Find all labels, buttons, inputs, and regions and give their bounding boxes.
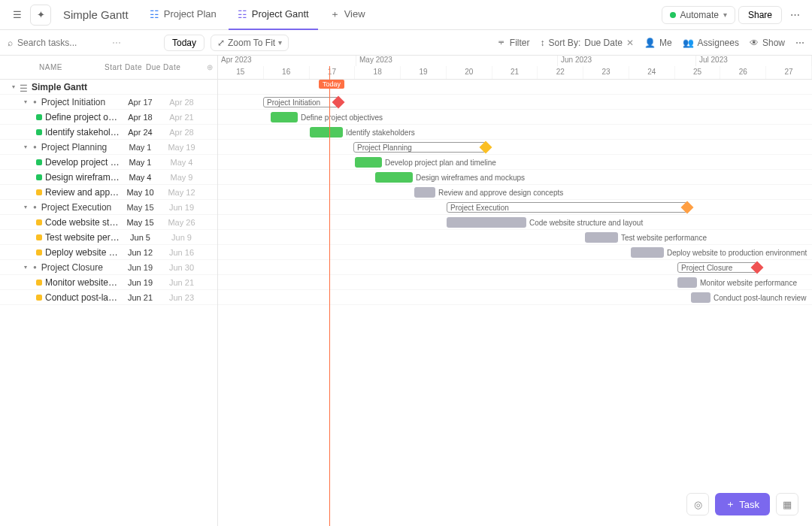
more-icon[interactable]: ⋯ xyxy=(785,5,804,25)
collapse-toggle[interactable]: ▾ xyxy=(24,204,32,210)
gantt-bar[interactable]: Review and approve design concepts xyxy=(414,187,435,198)
col-name-header: NAME xyxy=(9,56,105,79)
zoom-icon: ⤢ xyxy=(217,38,225,48)
start-date: Jun 12 xyxy=(120,248,161,257)
task-row[interactable]: Identify stakeholdersApr 24Apr 28 xyxy=(0,125,217,140)
gantt-bar[interactable]: Project Initiation xyxy=(263,97,338,107)
me-label: Me xyxy=(659,38,672,48)
search-more-icon[interactable]: ⋯ xyxy=(112,38,121,48)
month-label: Jul 2023 xyxy=(696,56,812,66)
status-square-icon xyxy=(36,295,42,301)
status-square-icon xyxy=(36,114,42,120)
column-header: NAME Start Date Due Date ⊕ xyxy=(0,56,217,80)
apps-button[interactable]: ▦ xyxy=(776,493,798,515)
share-button[interactable]: Share xyxy=(738,6,782,24)
task-row[interactable]: ▾●Project InitiationApr 17Apr 28 xyxy=(0,95,217,110)
app-icon: ✦ xyxy=(30,5,51,26)
task-row[interactable]: Develop project plan and timelineMay 1Ma… xyxy=(0,155,217,170)
assignees-label: Assignees xyxy=(698,38,739,48)
gantt-bar[interactable]: Conduct post-launch review xyxy=(691,292,710,303)
day-label: 22 xyxy=(538,66,583,79)
day-label: 19 xyxy=(401,66,447,79)
task-row[interactable]: Conduct post-launch reviewJun 21Jun 23 xyxy=(0,290,217,305)
tab-project-plan[interactable]: ☷Project Plan xyxy=(141,0,226,30)
gantt-bar[interactable]: Design wireframes and mockups xyxy=(375,172,413,183)
filter-label: Filter xyxy=(510,38,530,48)
gantt-bar[interactable]: Deploy website to production environment xyxy=(631,247,664,258)
assignees-button[interactable]: 👥Assignees xyxy=(683,38,739,48)
task-row[interactable]: Define project objectivesApr 18Apr 21 xyxy=(0,110,217,125)
gantt-row: Conduct post-launch review xyxy=(218,290,812,305)
start-date: Apr 24 xyxy=(120,128,161,137)
start-date: May 1 xyxy=(120,158,161,167)
collapse-toggle[interactable]: ▾ xyxy=(12,83,20,90)
gantt-bar-label: Conduct post-launch review xyxy=(714,294,806,302)
task-row[interactable]: ▾●Project ClosureJun 19Jun 30 xyxy=(0,260,217,275)
chevron-down-icon: ▾ xyxy=(723,11,727,19)
me-button[interactable]: 👤Me xyxy=(644,38,672,48)
task-name: Design wireframes and mockups xyxy=(42,172,120,183)
show-button[interactable]: 👁Show xyxy=(750,38,785,48)
due-date: Jun 23 xyxy=(161,293,202,302)
task-row[interactable]: ▾☰Simple Gantt xyxy=(0,80,217,95)
day-label: 27 xyxy=(766,66,812,79)
gantt-bar-label: Identify stakeholders xyxy=(346,128,415,137)
add-column-button[interactable]: ⊕ xyxy=(202,56,217,79)
gantt-row: Review and approve design concepts xyxy=(218,185,812,200)
add-view-button[interactable]: ＋View xyxy=(321,0,374,30)
task-row[interactable]: ▾●Project PlanningMay 1May 19 xyxy=(0,140,217,155)
gantt-bar[interactable]: Project Execution xyxy=(447,202,687,213)
day-label: 15 xyxy=(218,66,264,79)
gantt-bar[interactable]: Develop project plan and timeline xyxy=(355,157,382,168)
day-label: 16 xyxy=(264,66,310,79)
gantt-row: Identify stakeholders xyxy=(218,125,812,140)
gantt-bar[interactable]: Define project objectives xyxy=(271,112,298,122)
gantt-row: Project Closure xyxy=(218,260,812,275)
search-input[interactable] xyxy=(17,38,108,48)
status-square-icon xyxy=(36,280,42,286)
collapse-sidebar-icon[interactable]: ☰ xyxy=(8,5,27,25)
task-list-pane: NAME Start Date Due Date ⊕ ▾☰Simple Gant… xyxy=(0,56,218,526)
clear-sort-icon[interactable]: ✕ xyxy=(626,38,634,48)
gantt-bar[interactable]: Project Planning xyxy=(353,142,486,153)
record-button[interactable]: ◎ xyxy=(686,493,709,515)
toolbar-more-icon[interactable]: ⋯ xyxy=(795,38,804,48)
today-button[interactable]: Today xyxy=(164,35,205,51)
task-row[interactable]: Monitor website performanceJun 19Jun 21 xyxy=(0,275,217,290)
gantt-bar[interactable]: Monitor website performance xyxy=(677,277,697,288)
task-row[interactable]: Test website performanceJun 5Jun 9 xyxy=(0,230,217,245)
search-icon: ⌕ xyxy=(8,38,13,48)
sort-prefix: Sort By: xyxy=(549,38,581,48)
day-label: 20 xyxy=(447,66,492,79)
gantt-bar[interactable]: Test website performance xyxy=(585,232,618,243)
filter-button[interactable]: ⫧Filter xyxy=(497,38,530,48)
gantt-bar[interactable]: Project Closure xyxy=(677,262,757,273)
gantt-bar[interactable]: Code website structure and layout xyxy=(447,217,526,228)
show-label: Show xyxy=(762,38,785,48)
gantt-bar[interactable]: Identify stakeholders xyxy=(310,127,343,138)
collapse-toggle[interactable]: ▾ xyxy=(24,264,32,271)
due-date: May 4 xyxy=(161,158,202,167)
task-name: Monitor website performance xyxy=(42,277,120,288)
task-row[interactable]: Code website structure and layoutMay 15M… xyxy=(0,215,217,230)
sort-button[interactable]: ↕Sort By: Due Date ✕ xyxy=(541,38,634,48)
start-date: Apr 18 xyxy=(120,113,161,122)
task-row[interactable]: Deploy website to production envir...Jun… xyxy=(0,245,217,260)
new-task-button[interactable]: ＋Task xyxy=(715,493,770,515)
folder-icon: ● xyxy=(33,264,37,271)
task-row[interactable]: ▾●Project ExecutionMay 15Jun 19 xyxy=(0,200,217,215)
due-date: Jun 30 xyxy=(161,263,202,272)
toolbar: ⌕ ⋯ Today ⤢ Zoom To Fit ▾ ⫧Filter ↕Sort … xyxy=(0,30,812,56)
collapse-toggle[interactable]: ▾ xyxy=(24,98,32,105)
task-row[interactable]: Design wireframes and mockupsMay 4May 9 xyxy=(0,170,217,185)
zoom-fit-button[interactable]: ⤢ Zoom To Fit ▾ xyxy=(211,35,289,51)
timeline-pane: Apr 2023May 2023Jun 2023Jul 2023 1516171… xyxy=(218,56,812,526)
gantt-icon: ☷ xyxy=(238,8,247,20)
tab-project-gantt[interactable]: ☷Project Gantt xyxy=(229,0,318,30)
users-icon: 👥 xyxy=(683,38,694,48)
gantt-bar-label: Deploy website to production environment xyxy=(667,249,807,257)
automate-button[interactable]: Automate▾ xyxy=(662,6,735,24)
gantt-row: Design wireframes and mockups xyxy=(218,170,812,185)
collapse-toggle[interactable]: ▾ xyxy=(24,144,32,150)
task-row[interactable]: Review and approve design conceptsMay 10… xyxy=(0,185,217,200)
